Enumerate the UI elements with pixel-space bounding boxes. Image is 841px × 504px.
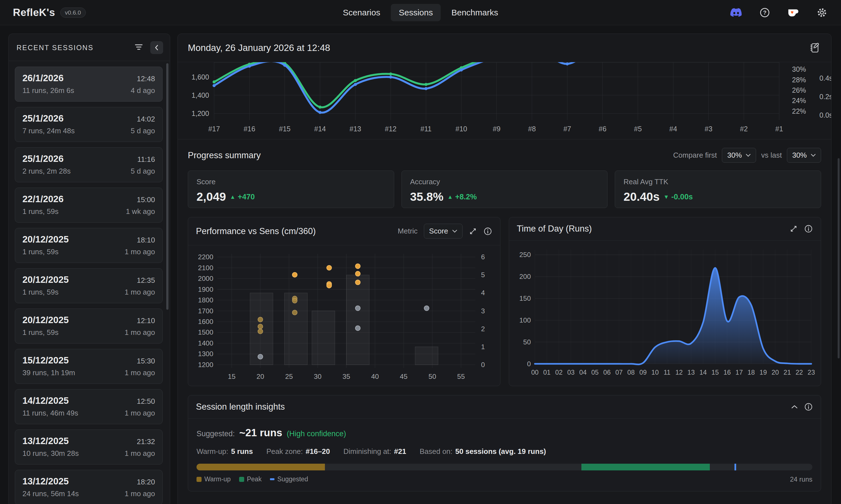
session-ago: 1 mo ago: [125, 288, 155, 296]
session-time: 12:48: [137, 74, 155, 83]
tab-benchmarks[interactable]: Benchmarks: [444, 4, 506, 21]
svg-text:#13: #13: [349, 125, 361, 133]
svg-text:3: 3: [481, 307, 485, 315]
session-detail: 11 runs, 46m 49s: [22, 409, 78, 417]
expand-icon[interactable]: [789, 224, 798, 233]
session-time: 21:32: [137, 437, 155, 446]
session-item[interactable]: 20/12/202518:101 runs, 59s1 mo ago: [15, 228, 162, 263]
vs-last-value: 30%: [792, 151, 807, 160]
tab-scenarios[interactable]: Scenarios: [335, 4, 388, 21]
card-delta: ▼-0.00s: [664, 193, 693, 201]
session-item[interactable]: 25/1/202611:162 runs, 2m 28s5 d ago: [15, 147, 162, 182]
svg-text:23: 23: [807, 369, 814, 376]
tab-sessions[interactable]: Sessions: [391, 4, 441, 21]
info-icon[interactable]: [804, 224, 813, 233]
notes-icon[interactable]: [809, 41, 821, 54]
svg-text:22: 22: [795, 369, 803, 376]
svg-text:♥: ♥: [791, 9, 794, 15]
session-ago: 1 mo ago: [125, 248, 155, 256]
session-date: 25/1/2026: [22, 113, 64, 124]
vs-last-label: vs last: [761, 151, 782, 160]
session-item[interactable]: 20/12/202512:351 runs, 59s1 mo ago: [15, 268, 162, 303]
svg-text:1,400: 1,400: [191, 91, 209, 99]
session-ago: 5 d ago: [131, 127, 155, 135]
session-ago: 5 d ago: [131, 167, 155, 176]
svg-text:#12: #12: [385, 125, 397, 133]
settings-gear-icon[interactable]: [816, 7, 828, 18]
chevron-down-icon: [452, 230, 457, 233]
based-on-stat: Based on:50 sessions (avg. 19 runs): [420, 447, 546, 456]
session-item[interactable]: 20/12/202512:101 runs, 59s1 mo ago: [15, 309, 162, 344]
svg-text:01: 01: [543, 369, 550, 376]
svg-text:1,200: 1,200: [191, 109, 209, 117]
session-item[interactable]: 14/12/202512:5011 runs, 46m 49s1 mo ago: [15, 389, 162, 424]
trend-up-icon: ▲: [230, 194, 236, 200]
session-item[interactable]: 26/1/202612:4811 runs, 26m 6s4 d ago: [15, 67, 162, 102]
session-item[interactable]: 15/12/202515:3039 runs, 1h 19m1 mo ago: [15, 349, 162, 384]
svg-text:4: 4: [481, 289, 485, 296]
session-detail: 1 runs, 59s: [22, 207, 58, 216]
session-item[interactable]: 13/12/202518:2024 runs, 56m 14s1 mo ago: [15, 470, 162, 504]
session-time: 14:02: [137, 115, 155, 124]
discord-icon[interactable]: [730, 7, 742, 18]
session-item[interactable]: 25/1/202614:027 runs, 24m 48s5 d ago: [15, 107, 162, 142]
svg-text:22%: 22%: [792, 107, 806, 115]
svg-text:#4: #4: [669, 125, 677, 133]
version-badge: v0.6.0: [60, 7, 86, 18]
svg-text:0.2s: 0.2s: [820, 93, 831, 101]
svg-text:#7: #7: [564, 125, 571, 133]
session-time: 15:30: [137, 357, 155, 365]
chevron-up-icon[interactable]: [791, 404, 798, 409]
svg-text:30: 30: [314, 373, 322, 380]
svg-text:0.4s: 0.4s: [820, 74, 831, 82]
svg-text:2100: 2100: [198, 264, 213, 272]
svg-text:25: 25: [285, 373, 293, 380]
compare-first-value: 30%: [727, 151, 742, 160]
vs-last-select[interactable]: 30%: [787, 148, 821, 163]
legend-swatch: [239, 477, 244, 482]
card-label: Accuracy: [410, 178, 599, 186]
metric-select[interactable]: Score: [424, 224, 463, 238]
accuracy-card: Accuracy 35.8% ▲+8.2%: [401, 170, 608, 208]
compare-first-select[interactable]: 30%: [722, 148, 756, 163]
svg-text:200: 200: [519, 273, 531, 280]
card-value: 2,049: [196, 190, 226, 203]
sidebar-scrollbar[interactable]: [166, 63, 169, 310]
metric-value: Score: [429, 227, 448, 235]
card-delta: ▲+8.2%: [447, 193, 477, 201]
session-length-insights-card: Session length insights Suggested: ~21 r…: [188, 395, 821, 491]
confidence-badge: (High confidence): [287, 430, 346, 438]
chevron-down-icon: [811, 154, 816, 157]
main-scrollbar[interactable]: [838, 158, 840, 358]
kofi-icon[interactable]: ♥: [787, 7, 800, 18]
svg-text:250: 250: [519, 251, 531, 258]
filter-icon[interactable]: [135, 44, 143, 52]
app-header: RefleK's v0.6.0 Scenarios Sessions Bench…: [0, 0, 841, 25]
session-detail: 1 runs, 59s: [22, 288, 58, 296]
expand-icon[interactable]: [469, 227, 477, 235]
svg-text:0: 0: [481, 361, 485, 368]
diminishing-stat: Diminishing at:#21: [343, 447, 406, 456]
svg-text:20: 20: [771, 369, 779, 376]
help-icon[interactable]: ?: [759, 7, 771, 18]
metric-label: Metric: [398, 227, 418, 235]
runs-progress-bar: [196, 464, 812, 470]
svg-text:5: 5: [481, 271, 485, 278]
session-detail-panel: Monday, 26 January 2026 at 12:48 1,2001,…: [177, 34, 831, 504]
svg-text:2000: 2000: [198, 275, 213, 282]
warmup-stat: Warm-up:5 runs: [196, 447, 253, 456]
session-item[interactable]: 22/1/202615:001 runs, 59s1 wk ago: [15, 187, 162, 222]
card-value: 20.40s: [623, 190, 659, 203]
suggested-line: Suggested: ~21 runs (High confidence): [196, 427, 812, 439]
session-item[interactable]: 13/12/202521:3210 runs, 30m 28s1 mo ago: [15, 430, 162, 465]
sidebar-collapse-button[interactable]: [150, 41, 163, 54]
session-time: 15:00: [137, 195, 155, 204]
info-icon[interactable]: [483, 227, 492, 236]
legend-label: Suggested: [277, 475, 308, 483]
session-time: 12:10: [137, 317, 155, 325]
info-icon[interactable]: [804, 402, 813, 411]
content-area: RECENT SESSIONS 26/1/202612:4811 runs, 2…: [0, 25, 841, 504]
legend-item: Peak: [239, 475, 261, 483]
compare-first-label: Compare first: [673, 151, 717, 160]
suggested-label: Suggested:: [196, 430, 235, 438]
